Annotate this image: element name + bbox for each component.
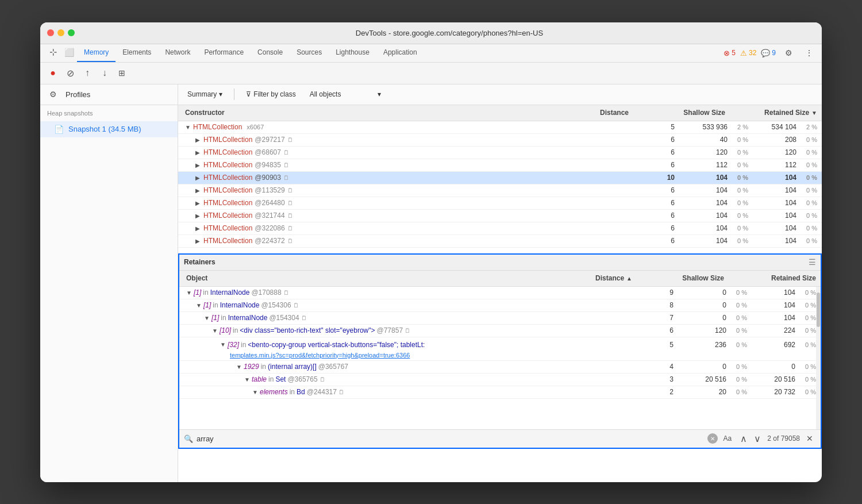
tab-console[interactable]: Console: [251, 44, 290, 62]
expand-icon[interactable]: ▼: [186, 290, 192, 296]
warn-count: 32: [749, 49, 756, 57]
table-row[interactable]: ▶ HTMLCollection @322086 🗒 6 104 0 % 104…: [178, 222, 822, 235]
expand-icon[interactable]: ▼: [204, 315, 210, 321]
table-row[interactable]: ▶ HTMLCollection @264480 🗒 6 104 0 % 104…: [178, 197, 822, 210]
search-next-button[interactable]: ∨: [751, 432, 764, 445]
search-clear-icon[interactable]: ✕: [707, 433, 718, 444]
row-retained: 104: [753, 186, 799, 194]
source-link[interactable]: templates.min.js?sc=prod&fetchpriority=h…: [230, 352, 410, 359]
ret-row-distance: 2: [625, 388, 683, 396]
expand-icon[interactable]: ▼: [185, 124, 191, 130]
copy-icon[interactable]: 🗒: [283, 149, 289, 156]
device-icon[interactable]: ⬜: [61, 44, 77, 60]
upload-icon[interactable]: ↑: [79, 65, 95, 81]
ret-distance-header[interactable]: Distance ▲: [579, 274, 637, 282]
search-prev-button[interactable]: ∧: [737, 432, 750, 445]
download-icon[interactable]: ↓: [97, 65, 113, 81]
retained-header[interactable]: Retained Size ▼: [730, 109, 822, 117]
retainers-menu-icon[interactable]: ☰: [809, 257, 816, 267]
expand-icon[interactable]: ▶: [195, 187, 201, 194]
expand-icon[interactable]: ▶: [195, 162, 201, 168]
clear-icon[interactable]: ⊞: [114, 65, 130, 81]
table-row[interactable]: ▼ HTMLCollection x6067 5 533 936 2 % 534…: [178, 121, 822, 134]
copy-icon[interactable]: 🗒: [320, 376, 325, 383]
objects-dropdown[interactable]: All objects ▾: [305, 89, 386, 100]
tab-memory[interactable]: Memory: [77, 44, 116, 62]
expand-icon[interactable]: ▶: [195, 175, 201, 181]
tab-elements[interactable]: Elements: [116, 44, 158, 62]
minimize-button[interactable]: [57, 29, 64, 36]
expand-icon[interactable]: ▶: [195, 213, 201, 219]
row-retained-pct: 0 %: [799, 174, 822, 181]
summary-dropdown[interactable]: Summary ▾: [183, 89, 227, 100]
scrollbar-thumb[interactable]: [817, 293, 820, 327]
ret-row-distance: 5: [625, 341, 683, 349]
copy-icon[interactable]: 🗒: [287, 225, 293, 232]
search-close-button[interactable]: ✕: [803, 432, 816, 445]
row-retained-pct: 0 %: [799, 212, 822, 219]
ret-row[interactable]: ▼ [32] in <bento-copy-group vertical-sta…: [179, 337, 821, 361]
close-button[interactable]: [47, 29, 54, 36]
expand-icon[interactable]: ▶: [195, 149, 201, 156]
ret-row[interactable]: ▼ [10] in <div class="bento-rich-text" s…: [179, 325, 821, 337]
ret-row[interactable]: ▼ [1] in InternalNode @154304 🗒 7 0 0 % …: [179, 312, 821, 325]
table-row[interactable]: ▶ HTMLCollection @94835 🗒 6 112 0 % 112 …: [178, 159, 822, 172]
copy-icon[interactable]: 🗒: [283, 175, 289, 181]
stop-icon[interactable]: ⊘: [62, 65, 78, 81]
scrollbar-track[interactable]: [816, 287, 821, 429]
expand-icon[interactable]: ▶: [195, 225, 201, 232]
ret-row-distance: 4: [625, 363, 683, 371]
settings-icon[interactable]: ⚙: [780, 45, 796, 61]
row-shallow-pct: 0 %: [730, 136, 753, 143]
row-distance: 6: [626, 136, 684, 144]
tab-network[interactable]: Network: [158, 44, 197, 62]
tab-lighthouse[interactable]: Lighthouse: [329, 44, 376, 62]
copy-icon[interactable]: 🗒: [283, 290, 289, 296]
maximize-button[interactable]: [68, 29, 75, 36]
record-icon[interactable]: ●: [45, 65, 61, 81]
more-icon[interactable]: ⋮: [801, 45, 817, 61]
ret-row[interactable]: ▼ 1929 in (internal array)[] @365767 4 0…: [179, 361, 821, 374]
copy-icon[interactable]: 🗒: [293, 302, 299, 309]
distance-header[interactable]: Distance: [580, 109, 638, 117]
ret-row[interactable]: ▼ [1] in InternalNode @154306 🗒 8 0 0 % …: [179, 299, 821, 312]
filter-by-class-btn[interactable]: ⊽ Filter by class: [241, 89, 300, 100]
ret-row[interactable]: ▼ table in Set @365765 🗒 3 20 516 0 % 20…: [179, 374, 821, 386]
copy-icon[interactable]: 🗒: [287, 187, 293, 194]
copy-icon[interactable]: 🗒: [405, 328, 410, 334]
expand-icon[interactable]: ▶: [195, 200, 201, 206]
ret-row[interactable]: ▼ elements in Bd @244317 🗒 2 20 0 % 20 7…: [179, 386, 821, 399]
copy-icon[interactable]: 🗒: [301, 315, 307, 321]
expand-icon[interactable]: ▼: [244, 376, 250, 383]
snapshot-item[interactable]: 📄 Snapshot 1 (34.5 MB): [40, 121, 178, 137]
inspect-icon[interactable]: ⊹: [45, 44, 61, 60]
copy-icon[interactable]: 🗒: [287, 137, 293, 143]
table-row-selected[interactable]: ▶ HTMLCollection @90903 🗒 10 104 0 % 104…: [178, 172, 822, 184]
tab-application[interactable]: Application: [376, 44, 424, 62]
row-shallow: 40: [684, 136, 730, 144]
search-input[interactable]: [197, 434, 704, 443]
table-row[interactable]: ▶ HTMLCollection @113529 🗒 6 104 0 % 104…: [178, 184, 822, 197]
ret-row[interactable]: ▼ [1] in InternalNode @170888 🗒 9 0 0 % …: [179, 287, 821, 299]
table-row[interactable]: ▶ HTMLCollection @321744 🗒 6 104 0 % 104…: [178, 210, 822, 222]
tab-performance[interactable]: Performance: [197, 44, 251, 62]
expand-icon[interactable]: ▶: [195, 238, 201, 244]
table-row[interactable]: ▶ HTMLCollection @297217 🗒 6 40 0 % 208 …: [178, 134, 822, 147]
copy-icon[interactable]: 🗒: [287, 200, 293, 206]
table-row[interactable]: ▶ HTMLCollection @68607 🗒 6 120 0 % 120 …: [178, 147, 822, 159]
copy-icon[interactable]: 🗒: [287, 213, 293, 219]
match-case-button[interactable]: Aa: [721, 433, 734, 444]
table-row[interactable]: ▶ HTMLCollection @224372 🗒 6 104 0 % 104…: [178, 235, 822, 248]
filter-icon[interactable]: ⚙: [45, 86, 61, 102]
copy-icon[interactable]: 🗒: [287, 238, 293, 244]
expand-icon[interactable]: ▶: [195, 137, 201, 143]
copy-icon[interactable]: 🗒: [283, 162, 289, 168]
expand-icon[interactable]: ▼: [212, 328, 218, 334]
expand-icon[interactable]: ▼: [196, 302, 202, 309]
expand-icon[interactable]: ▼: [236, 364, 242, 370]
copy-icon[interactable]: 🗒: [338, 389, 344, 395]
tab-sources[interactable]: Sources: [290, 44, 329, 62]
table-header: Constructor Distance Shallow Size Retain…: [178, 105, 822, 121]
expand-icon[interactable]: ▼: [252, 389, 258, 395]
expand-icon[interactable]: ▼: [220, 341, 226, 348]
